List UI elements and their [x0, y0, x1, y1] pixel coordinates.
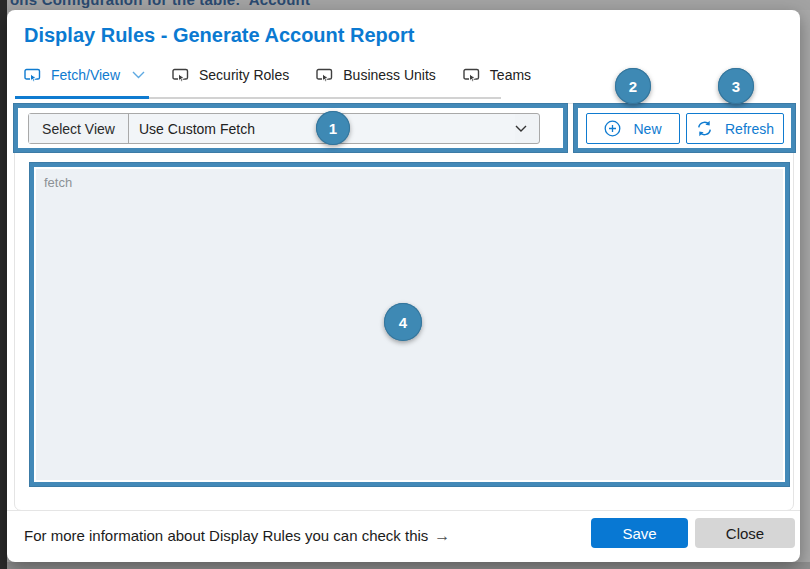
- click-rect-icon: [172, 68, 189, 83]
- select-view-dropdown[interactable]: Select View Use Custom Fetch: [28, 113, 540, 144]
- select-view-label: Select View: [29, 114, 129, 143]
- annotation-badge-2: 2: [615, 68, 651, 104]
- plus-circle-icon: [604, 120, 621, 137]
- tab-strip: Fetch/View Security Roles Business Units: [24, 62, 531, 88]
- tab-label: Business Units: [343, 67, 436, 83]
- tab-label: Security Roles: [199, 67, 289, 83]
- tab-security-roles[interactable]: Security Roles: [172, 67, 289, 83]
- refresh-icon: [696, 120, 713, 137]
- footer-divider: [7, 510, 800, 511]
- dialog-title: Display Rules - Generate Account Report: [24, 24, 414, 47]
- screen: ons Configuration for the table: 'Accoun…: [0, 0, 810, 569]
- new-button[interactable]: New: [586, 113, 680, 144]
- chevron-down-icon: [132, 71, 145, 79]
- click-rect-icon: [316, 68, 333, 83]
- footer-info-label: For more information about Display Rules…: [24, 527, 428, 544]
- annotation-badge-1: 1: [316, 111, 350, 145]
- tab-business-units[interactable]: Business Units: [316, 67, 436, 83]
- backdrop-clipped-heading: ons Configuration for the table: 'Accoun…: [10, 0, 314, 8]
- dropdown-chevron-icon: [515, 125, 527, 133]
- annotation-badge-3: 3: [718, 68, 754, 104]
- click-rect-icon: [463, 68, 480, 83]
- right-arrow-icon: →: [434, 527, 450, 544]
- backdrop-bottom-edge: [7, 562, 810, 569]
- tab-label: Fetch/View: [51, 67, 120, 83]
- footer-info-text: For more information about Display Rules…: [24, 527, 450, 545]
- refresh-button[interactable]: Refresh: [686, 113, 784, 144]
- tab-teams[interactable]: Teams: [463, 67, 531, 83]
- backdrop-left-edge: [0, 0, 7, 569]
- close-button[interactable]: Close: [695, 518, 795, 548]
- tab-label: Teams: [490, 67, 531, 83]
- display-rules-dialog: Display Rules - Generate Account Report …: [7, 10, 800, 562]
- tab-fetch-view[interactable]: Fetch/View: [24, 67, 145, 83]
- save-button[interactable]: Save: [591, 518, 688, 548]
- refresh-button-label: Refresh: [725, 121, 774, 137]
- new-button-label: New: [633, 121, 661, 137]
- active-tab-underline: [15, 96, 149, 99]
- backdrop-page: ons Configuration for the table: 'Accoun…: [0, 0, 810, 10]
- annotation-badge-4: 4: [384, 303, 422, 341]
- click-rect-icon: [24, 68, 41, 83]
